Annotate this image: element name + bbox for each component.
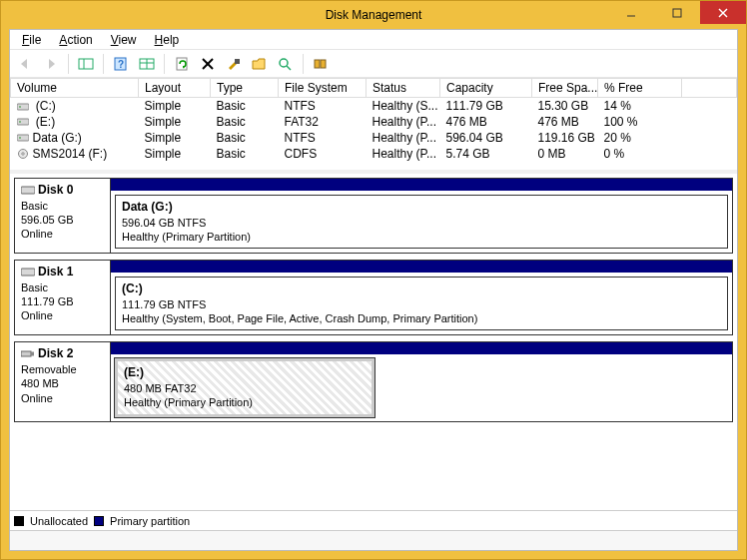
toolbar-separator (103, 54, 104, 74)
main-panes: Volume Layout Type File System Status Ca… (10, 78, 737, 550)
legend-bar: Unallocated Primary partition (10, 510, 737, 530)
settings-button[interactable] (310, 53, 332, 75)
menubar: File Action View Help (10, 30, 737, 50)
svg-text:?: ? (118, 59, 124, 70)
table-row[interactable]: Data (G:)SimpleBasicNTFSHealthy (P...596… (11, 130, 737, 146)
cell-volume: Data (G:) (11, 130, 139, 146)
cell-capacity: 476 MB (440, 114, 532, 130)
toolbar: ? (10, 50, 737, 78)
disk-row[interactable]: Disk 2Removable480 MBOnline(E:)480 MB FA… (14, 341, 733, 421)
disk-label[interactable]: Disk 0Basic596.05 GBOnline (15, 179, 111, 253)
col-spacer (682, 79, 737, 98)
menu-help[interactable]: Help (147, 32, 188, 48)
svg-rect-1 (673, 9, 681, 17)
svg-point-15 (280, 59, 288, 67)
svg-point-26 (21, 153, 23, 155)
cell-fs: NTFS (279, 130, 367, 146)
client-area: File Action View Help ? (9, 29, 738, 551)
cell-pctfree: 14 % (598, 98, 682, 114)
cell-type: Basic (211, 130, 279, 146)
cell-status: Healthy (P... (367, 146, 440, 162)
svg-rect-17 (315, 60, 320, 68)
partition-box[interactable]: Data (G:)596.04 GB NTFSHealthy (Primary … (115, 195, 728, 249)
forward-button[interactable] (40, 53, 62, 75)
back-button[interactable] (14, 53, 36, 75)
cell-fs: FAT32 (279, 114, 367, 130)
close-button[interactable] (700, 1, 746, 24)
cell-layout: Simple (139, 146, 211, 162)
cell-free: 15.30 GB (532, 98, 598, 114)
toolbar-separator (68, 54, 69, 74)
cell-status: Healthy (P... (367, 130, 440, 146)
menu-view[interactable]: View (103, 32, 145, 48)
graphical-pane[interactable]: Disk 0Basic596.05 GBOnlineData (G:)596.0… (10, 174, 737, 510)
disk-body: (C:)111.79 GB NTFSHealthy (System, Boot,… (111, 261, 732, 334)
cell-free: 0 MB (532, 146, 598, 162)
disk-label[interactable]: Disk 2Removable480 MBOnline (15, 342, 111, 420)
col-fs[interactable]: File System (279, 79, 367, 98)
cell-capacity: 111.79 GB (440, 98, 532, 114)
disk-row[interactable]: Disk 1Basic111.79 GBOnline(C:)111.79 GB … (14, 260, 733, 335)
svg-rect-19 (17, 104, 29, 110)
minimize-button[interactable] (608, 1, 654, 24)
svg-rect-14 (235, 59, 240, 64)
disk-header-bar (111, 342, 732, 354)
disk-body: Data (G:)596.04 GB NTFSHealthy (Primary … (111, 179, 732, 253)
col-type[interactable]: Type (211, 79, 279, 98)
partition-box[interactable]: (E:)480 MB FAT32Healthy (Primary Partiti… (115, 358, 374, 416)
col-status[interactable]: Status (367, 79, 440, 98)
properties-button[interactable] (223, 53, 245, 75)
cell-volume: (E:) (11, 114, 139, 130)
svg-rect-28 (21, 269, 35, 276)
maximize-button[interactable] (654, 1, 700, 24)
cell-pctfree: 0 % (598, 146, 682, 162)
cell-layout: Simple (139, 130, 211, 146)
search-button[interactable] (275, 53, 297, 75)
cell-capacity: 596.04 GB (440, 130, 532, 146)
delete-button[interactable] (197, 53, 219, 75)
menu-file[interactable]: File (14, 32, 49, 48)
open-folder-button[interactable] (249, 53, 271, 75)
cell-layout: Simple (139, 114, 211, 130)
disk-label[interactable]: Disk 1Basic111.79 GBOnline (15, 261, 111, 334)
cell-fs: CDFS (279, 146, 367, 162)
show-hide-console-tree-button[interactable] (75, 53, 97, 75)
refresh-button[interactable] (171, 53, 193, 75)
titlebar[interactable]: Disk Management (1, 1, 746, 29)
cell-volume: (C:) (11, 98, 139, 114)
table-row[interactable]: (E:)SimpleBasicFAT32Healthy (P...476 MB4… (11, 114, 737, 130)
help-button[interactable]: ? (110, 53, 132, 75)
cell-pctfree: 100 % (598, 114, 682, 130)
properties-toolbar-button[interactable] (136, 53, 158, 75)
col-free[interactable]: Free Spa... (532, 79, 598, 98)
cell-free: 119.16 GB (532, 130, 598, 146)
toolbar-separator (164, 54, 165, 74)
window-controls (608, 1, 746, 24)
table-row[interactable]: SMS2014 (F:)SimpleBasicCDFSHealthy (P...… (11, 146, 737, 162)
cell-type: Basic (211, 146, 279, 162)
col-pctfree[interactable]: % Free (598, 79, 682, 98)
disk-header-bar (111, 179, 732, 191)
volume-list-pane[interactable]: Volume Layout Type File System Status Ca… (10, 78, 737, 174)
cell-pctfree: 20 % (598, 130, 682, 146)
partition-box[interactable]: (C:)111.79 GB NTFSHealthy (System, Boot,… (115, 277, 728, 330)
col-capacity[interactable]: Capacity (440, 79, 532, 98)
status-bar (10, 530, 737, 550)
menu-action[interactable]: Action (51, 32, 100, 48)
cell-status: Healthy (P... (367, 114, 440, 130)
svg-rect-23 (17, 135, 29, 141)
col-volume[interactable]: Volume (11, 79, 139, 98)
cell-capacity: 5.74 GB (440, 146, 532, 162)
svg-point-24 (19, 137, 21, 139)
svg-rect-30 (31, 352, 34, 356)
svg-line-16 (287, 66, 291, 70)
svg-point-20 (19, 106, 21, 108)
svg-rect-18 (321, 60, 326, 68)
disk-row[interactable]: Disk 0Basic596.05 GBOnlineData (G:)596.0… (14, 178, 733, 254)
volume-table-header[interactable]: Volume Layout Type File System Status Ca… (11, 79, 737, 98)
col-layout[interactable]: Layout (139, 79, 211, 98)
disk-body: (E:)480 MB FAT32Healthy (Primary Partiti… (111, 342, 732, 420)
svg-rect-29 (21, 351, 31, 356)
cell-type: Basic (211, 98, 279, 114)
table-row[interactable]: (C:)SimpleBasicNTFSHealthy (S...111.79 G… (11, 98, 737, 114)
